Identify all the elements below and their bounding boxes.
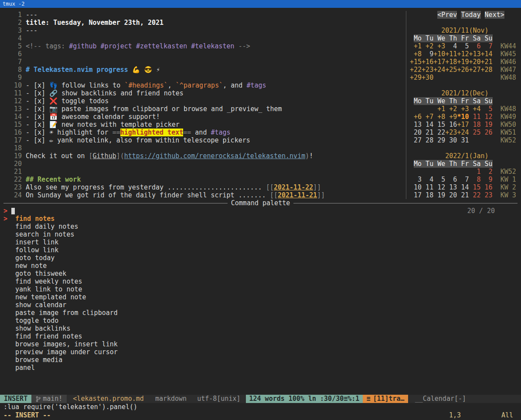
calendar-day[interactable]: 12: [433, 183, 445, 191]
calendar-day-noted[interactable]: +15: [410, 58, 422, 66]
palette-item[interactable]: preview image under cursor: [3, 348, 518, 356]
calendar-day[interactable]: 16: [445, 121, 457, 129]
calendar-day[interactable]: 20: [445, 191, 457, 199]
calendar-day-weekend[interactable]: 1: [469, 168, 480, 176]
calendar-day-noted[interactable]: +26: [457, 66, 469, 74]
palette-item[interactable]: panel: [3, 364, 518, 372]
palette-item[interactable]: new note: [3, 262, 518, 270]
calendar-day-noted[interactable]: +3: [433, 42, 445, 50]
link-label[interactable]: Github: [93, 152, 116, 160]
calendar-day-weekend[interactable]: 7: [481, 42, 493, 50]
calendar-day-noted[interactable]: +23: [422, 66, 433, 74]
calendar-day-noted[interactable]: +27: [469, 66, 480, 74]
calendar-day[interactable]: 20: [410, 129, 422, 136]
calendar-day[interactable]: 29: [433, 136, 445, 144]
palette-item[interactable]: search in notes: [3, 230, 518, 238]
calendar-day[interactable]: 13: [410, 121, 422, 129]
calendar-day-weekend[interactable]: 25: [469, 129, 480, 136]
calendar-day[interactable]: 21: [457, 191, 469, 199]
palette-item[interactable]: follow link: [3, 246, 518, 254]
wiki-link[interactable]: 2021-11-22: [274, 183, 313, 191]
calendar-day-weekend[interactable]: 22: [469, 191, 480, 199]
calendar-day[interactable]: 13: [445, 183, 457, 191]
calendar-day-noted[interactable]: +28: [481, 66, 493, 74]
calendar-day-noted[interactable]: +23: [445, 129, 457, 136]
calendar-day[interactable]: 28: [422, 136, 433, 144]
calendar-day-weekend[interactable]: 12: [481, 113, 493, 121]
calendar-day[interactable]: 22: [433, 129, 445, 136]
calendar-day-noted[interactable]: +10: [433, 50, 445, 58]
calendar-day-noted[interactable]: +1: [410, 42, 422, 50]
palette-item[interactable]: new templated note: [3, 293, 518, 301]
calendar-day-noted[interactable]: +21: [481, 58, 493, 66]
calendar-day-noted[interactable]: +14: [481, 50, 493, 58]
calendar-day[interactable]: 15: [433, 121, 445, 129]
calendar-day[interactable]: 10: [410, 183, 422, 191]
calendar-nav-button[interactable]: <Prev: [437, 11, 457, 19]
calendar-day-noted[interactable]: +17: [433, 58, 445, 66]
calendar-day[interactable]: 30: [445, 136, 457, 144]
calendar-day-noted[interactable]: +19: [457, 58, 469, 66]
palette-item[interactable]: paste image from clipboard: [3, 309, 518, 317]
calendar-day-weekend[interactable]: 23: [481, 191, 493, 199]
palette-item[interactable]: toggle todo: [3, 317, 518, 325]
calendar-day-noted[interactable]: +4: [469, 105, 480, 113]
calendar-day[interactable]: 17: [410, 191, 422, 199]
calendar-day-noted[interactable]: +22: [410, 66, 422, 74]
link-url[interactable]: https://github.com/renerocksai/telekaste…: [124, 152, 305, 160]
palette-item[interactable]: find daily notes: [3, 223, 518, 230]
palette-item[interactable]: browse media: [3, 356, 518, 364]
calendar-day[interactable]: 7: [457, 176, 469, 183]
calendar-day-noted[interactable]: +8: [410, 50, 422, 58]
calendar-day-noted[interactable]: +20: [469, 58, 480, 66]
calendar-day-weekend[interactable]: 26: [481, 129, 493, 136]
calendar-day-noted[interactable]: +18: [445, 58, 457, 66]
calendar-day-weekend[interactable]: 2: [481, 168, 493, 176]
calendar-day-noted[interactable]: +29: [410, 74, 422, 81]
calendar-day-weekend[interactable]: 5: [481, 105, 493, 113]
wiki-link[interactable]: 2021-11-21: [278, 191, 317, 199]
calendar-day[interactable]: 27: [410, 136, 422, 144]
calendar-day[interactable]: 4: [445, 42, 457, 50]
palette-item[interactable]: goto today: [3, 254, 518, 262]
calendar-day-weekend[interactable]: 15: [469, 183, 480, 191]
palette-item[interactable]: find weekly notes: [3, 278, 518, 285]
calendar-day-noted[interactable]: +11: [445, 50, 457, 58]
calendar-day-noted[interactable]: +6: [410, 113, 422, 121]
calendar-nav-button[interactable]: Today: [461, 11, 480, 19]
calendar-day[interactable]: 9: [422, 50, 433, 58]
calendar-day-noted[interactable]: +24: [457, 129, 469, 136]
calendar-day[interactable]: 14: [457, 183, 469, 191]
palette-item[interactable]: find friend notes: [3, 332, 518, 340]
palette-item[interactable]: yank link to note: [3, 285, 518, 293]
calendar-day[interactable]: 18: [422, 191, 433, 199]
calendar-day-weekend[interactable]: 11: [469, 113, 480, 121]
calendar-day-noted[interactable]: +13: [469, 50, 480, 58]
calendar-day-noted[interactable]: +12: [457, 50, 469, 58]
palette-prompt[interactable]: > 20 / 20: [3, 207, 518, 215]
palette-item[interactable]: show backlinks: [3, 325, 518, 332]
calendar-day-weekend[interactable]: 8: [469, 176, 480, 183]
palette-item[interactable]: browse images, insert link: [3, 340, 518, 348]
calendar-day[interactable]: 19: [433, 191, 445, 199]
palette-item[interactable]: goto thisweek: [3, 270, 518, 278]
calendar-day-weekend[interactable]: 6: [469, 42, 480, 50]
calendar-day-today[interactable]: *10: [457, 113, 469, 121]
palette-item-selected[interactable]: > find notes: [3, 215, 518, 223]
command-line[interactable]: :lua require('telekasten').panel(): [0, 403, 521, 411]
calendar-day-noted[interactable]: +2: [445, 105, 457, 113]
calendar-day[interactable]: 11: [422, 183, 433, 191]
calendar-day-weekend[interactable]: 18: [469, 121, 480, 129]
calendar-day[interactable]: 14: [422, 121, 433, 129]
calendar-day-noted[interactable]: +2: [422, 42, 433, 50]
calendar-day-noted[interactable]: +9: [445, 113, 457, 121]
calendar-day[interactable]: 21: [422, 129, 433, 136]
calendar-day[interactable]: 3: [410, 176, 422, 183]
editor-window[interactable]: 1---2title: Tuesday, November 23th, 2021…: [3, 11, 406, 199]
calendar-day-noted[interactable]: +25: [445, 66, 457, 74]
calendar-nav-button[interactable]: Next>: [485, 11, 504, 19]
calendar-day[interactable]: 5: [433, 176, 445, 183]
calendar-day-noted[interactable]: +3: [457, 105, 469, 113]
calendar-day[interactable]: 6: [445, 176, 457, 183]
calendar-window[interactable]: <Prev Today Next> 2021/11(Nov) Mo Tu We …: [407, 11, 518, 199]
